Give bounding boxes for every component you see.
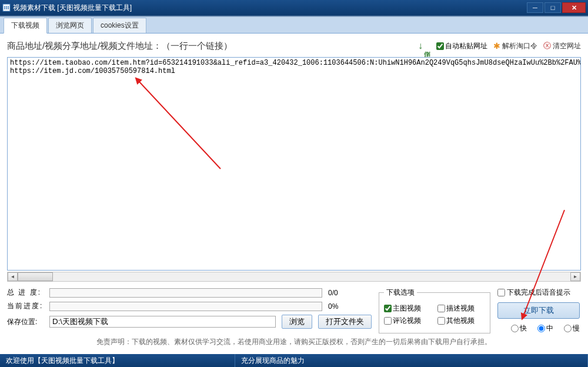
download-options-fieldset: 下载选项 主图视频 描述视频 评论视频 其他视频	[379, 288, 490, 333]
tabbar: 下载视频 浏览网页 cookies设置	[0, 17, 588, 34]
window-title: 视频素材下载 [天图视频批量下载工具]	[13, 3, 527, 13]
current-progress-label: 当前进度:	[7, 301, 47, 311]
window-controls: ─ □ ✕	[527, 2, 586, 13]
current-progress-row: 当前进度: 0%	[7, 301, 372, 311]
save-path-input[interactable]	[49, 316, 276, 328]
options-legend: 下载选项	[384, 288, 417, 298]
total-progress-label: 总 进 度:	[7, 288, 47, 298]
maximize-button[interactable]: □	[544, 2, 561, 13]
speed-slow-radio[interactable]: 慢	[564, 323, 580, 333]
current-progress-value: 0%	[325, 302, 372, 311]
statusbar: 欢迎使用【天图视频批量下载工具】 充分展现商品的魅力	[0, 354, 588, 367]
star-icon: ✱	[493, 41, 500, 51]
parse-token-button[interactable]: ✱ 解析淘口令	[493, 41, 537, 51]
auto-paste-checkbox[interactable]: 自动粘贴网址	[436, 41, 487, 51]
tab-browse[interactable]: 浏览网页	[48, 18, 92, 33]
clear-icon: ⓧ	[543, 41, 551, 51]
content-area: 商品地址/视频分享地址/视频文件地址： （一行一个链接） ↓ 倒序 自动粘贴网址…	[0, 34, 588, 354]
speed-medium-radio[interactable]: 中	[537, 323, 553, 333]
clear-urls-button[interactable]: ⓧ 清空网址	[543, 41, 581, 51]
status-right: 充分展现商品的魅力	[235, 354, 588, 367]
url-label: 商品地址/视频分享地址/视频文件地址：	[7, 41, 162, 52]
speed-radio-group: 快 中 慢	[497, 323, 580, 333]
review-video-checkbox[interactable]: 评论视频	[384, 316, 421, 326]
app-icon	[2, 4, 11, 12]
download-now-button[interactable]: 立即下载	[497, 302, 580, 319]
open-folder-button[interactable]: 打开文件夹	[318, 315, 372, 329]
scroll-track[interactable]	[18, 272, 570, 281]
total-progress-value: 0/0	[325, 289, 372, 297]
current-progress-bar	[49, 302, 322, 311]
save-path-label: 保存位置:	[7, 317, 47, 327]
arrow-down-icon: ↓	[418, 41, 423, 51]
other-video-checkbox[interactable]: 其他视频	[437, 316, 475, 326]
right-column: 下载完成后语音提示 立即下载 快 中 慢	[497, 288, 580, 333]
bottom-panel: 总 进 度: 0/0 当前进度: 0% 保存位置: 浏览 打开文件夹 下载选项	[7, 288, 581, 333]
speed-fast-radio[interactable]: 快	[511, 323, 527, 333]
voice-tip-checkbox[interactable]: 下载完成后语音提示	[497, 288, 580, 298]
scroll-thumb[interactable]	[18, 272, 53, 281]
titlebar[interactable]: 视频素材下载 [天图视频批量下载工具] ─ □ ✕	[0, 0, 588, 15]
total-progress-bar	[49, 288, 322, 298]
tab-cookies[interactable]: cookies设置	[93, 18, 146, 33]
scroll-left-icon[interactable]: ◄	[8, 272, 18, 281]
textarea-scrollbar[interactable]: ◄ ►	[7, 272, 581, 282]
save-path-row: 保存位置: 浏览 打开文件夹	[7, 315, 372, 329]
url-textarea-wrap	[7, 57, 581, 271]
total-progress-row: 总 进 度: 0/0	[7, 288, 372, 298]
header-actions: ↓ 倒序 自动粘贴网址 ✱ 解析淘口令 ⓧ 清空网址	[418, 41, 581, 51]
url-textarea[interactable]	[8, 58, 580, 270]
status-left: 欢迎使用【天图视频批量下载工具】	[0, 354, 235, 367]
auto-paste-input[interactable]	[436, 42, 444, 50]
scroll-right-icon[interactable]: ►	[570, 272, 580, 281]
close-button[interactable]: ✕	[562, 2, 586, 13]
url-header-row: 商品地址/视频分享地址/视频文件地址： （一行一个链接） ↓ 倒序 自动粘贴网址…	[7, 38, 581, 54]
tab-download[interactable]: 下载视频	[4, 18, 47, 34]
browse-button[interactable]: 浏览	[282, 315, 312, 329]
progress-column: 总 进 度: 0/0 当前进度: 0% 保存位置: 浏览 打开文件夹	[7, 288, 372, 332]
disclaimer-text: 免责声明：下载的视频、素材仅供学习交流，若使用商业用途，请购买正版授权，否则产生…	[7, 333, 581, 351]
minimize-button[interactable]: ─	[527, 2, 543, 13]
app-window: 视频素材下载 [天图视频批量下载工具] ─ □ ✕ 下载视频 浏览网页 cook…	[0, 0, 588, 367]
url-hint: （一行一个链接）	[162, 41, 232, 52]
sort-button[interactable]: ↓ 倒序	[418, 41, 430, 51]
desc-video-checkbox[interactable]: 描述视频	[437, 303, 475, 313]
main-video-checkbox[interactable]: 主图视频	[384, 303, 421, 313]
